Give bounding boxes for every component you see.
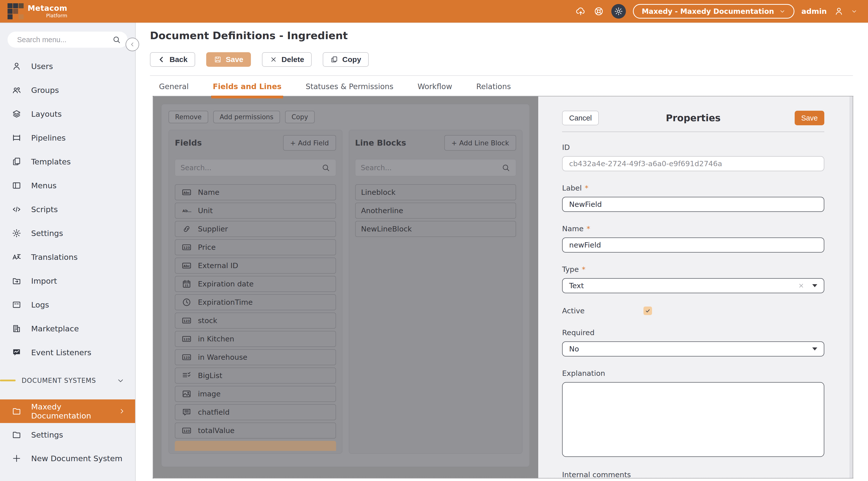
- tab-fields-and-lines[interactable]: Fields and Lines: [213, 76, 282, 97]
- sidebar-item-label: Templates: [31, 157, 71, 166]
- svg-text:123: 123: [183, 356, 190, 359]
- required-marker: *: [585, 184, 588, 192]
- line-blocks-search: [355, 159, 516, 176]
- required-select[interactable]: No: [562, 342, 824, 356]
- sidebar-item-import[interactable]: Import: [0, 269, 135, 293]
- help-lifebuoy-icon[interactable]: [593, 6, 604, 17]
- tab-statuses-permissions[interactable]: Statuses & Permissions: [306, 76, 394, 97]
- sidebar-item-pipelines[interactable]: Pipelines: [0, 126, 135, 150]
- page-toolbar: Back Save Delete Copy: [150, 52, 369, 67]
- properties-save-button[interactable]: Save: [795, 111, 824, 125]
- line-block-item-newlineblock: NewLineBlock: [355, 221, 516, 237]
- chevron-left-icon: [157, 56, 165, 64]
- designer-panel: Remove Add permissions Copy Fields + Add…: [161, 104, 530, 467]
- sidebar-item-groups[interactable]: Groups: [0, 78, 135, 102]
- sidebar-item-event-listeners[interactable]: Event Listeners: [0, 341, 135, 364]
- field-item-external-id: AbcExternal ID: [175, 258, 336, 274]
- folder-icon: [11, 406, 22, 416]
- svg-text:Abc: Abc: [183, 191, 190, 195]
- clear-x-icon[interactable]: [798, 282, 805, 289]
- sidebar-menu: UsersGroupsLayoutsPipelinesTemplatesMenu…: [0, 54, 135, 364]
- save-button-label: Save: [226, 55, 243, 64]
- fields-search: [175, 159, 336, 176]
- field-item-label: Supplier: [198, 225, 228, 233]
- tab-workflow[interactable]: Workflow: [418, 76, 452, 97]
- sidebar-collapse-button[interactable]: [126, 38, 139, 51]
- code-icon: [11, 204, 22, 214]
- add-field-button: + Add Field: [283, 135, 336, 151]
- sidebar-item-label: Scripts: [31, 205, 58, 214]
- cancel-button[interactable]: Cancel: [562, 111, 599, 125]
- explanation-textarea[interactable]: [562, 382, 824, 457]
- sidebar-item-label: Logs: [31, 300, 49, 309]
- logo-title: Metacom: [28, 4, 67, 12]
- cloud-upload-icon[interactable]: [575, 6, 586, 17]
- copy-field-button: Copy: [285, 111, 315, 123]
- properties-divider: [562, 132, 824, 132]
- workspace-selector[interactable]: Maxedy - Maxedy Documentation: [633, 4, 795, 19]
- tab-general[interactable]: General: [159, 76, 189, 97]
- back-button-label: Back: [169, 55, 188, 64]
- active-checkbox[interactable]: [644, 307, 652, 315]
- field-item-expiration-date: 21Expiration date: [175, 276, 336, 292]
- id-field-input[interactable]: [562, 156, 824, 171]
- search-icon: [112, 35, 121, 44]
- back-button[interactable]: Back: [150, 52, 195, 67]
- sidebar: UsersGroupsLayoutsPipelinesTemplatesMenu…: [0, 23, 135, 481]
- sidebar-item-layouts[interactable]: Layouts: [0, 102, 135, 126]
- sidebar-item-maxedy-documentation[interactable]: Maxedy Documentation: [0, 399, 135, 423]
- sidebar-item-label: Menus: [31, 181, 57, 190]
- chevron-down-icon[interactable]: [117, 377, 125, 385]
- scrollbar[interactable]: [849, 96, 853, 478]
- sidebar-item-translations[interactable]: Translations: [0, 245, 135, 269]
- sidebar-item-label: Settings: [31, 430, 63, 439]
- line-block-item-lineblock: Lineblock: [355, 184, 516, 200]
- tab-content-area: Remove Add permissions Copy Fields + Add…: [153, 96, 853, 479]
- sidebar-item-menus[interactable]: Menus: [0, 173, 135, 197]
- copy-button-label: Copy: [342, 55, 361, 64]
- user-menu-chevron-icon[interactable]: [851, 8, 858, 14]
- user-avatar-icon[interactable]: [834, 6, 844, 16]
- copy-button[interactable]: Copy: [323, 52, 369, 67]
- event-chat-icon: [11, 347, 22, 357]
- sidebar-item-users[interactable]: Users: [0, 54, 135, 78]
- gear-icon: [614, 6, 623, 16]
- line-blocks-panel: Line Blocks + Add Line Block LineblockAn…: [349, 130, 523, 454]
- name-field-input[interactable]: [562, 237, 824, 253]
- sidebar-item-marketplace[interactable]: Marketplace: [0, 317, 135, 341]
- sidebar-item-scripts[interactable]: Scripts: [0, 197, 135, 221]
- tab-relations[interactable]: Relations: [476, 76, 511, 97]
- sidebar-section-document-systems: DOCUMENT SYSTEMS: [0, 372, 135, 389]
- field-item-totalvalue: 123totalValue: [175, 422, 336, 439]
- delete-button[interactable]: Delete: [262, 52, 312, 67]
- field-item-label: External ID: [198, 261, 238, 270]
- sidebar-search-input[interactable]: [7, 32, 128, 48]
- explanation-field-group: Explanation: [562, 369, 824, 458]
- save-button[interactable]: Save: [206, 52, 251, 67]
- gear-icon: [11, 228, 22, 238]
- line-block-item-label: Lineblock: [361, 188, 396, 197]
- sidebar-item-label: Layouts: [31, 109, 62, 119]
- label-field-input[interactable]: [562, 197, 824, 212]
- sidebar-item-settings[interactable]: Settings: [0, 221, 135, 245]
- f-number-icon: 123: [181, 316, 192, 326]
- section-marker: [0, 380, 16, 381]
- plus-icon: [11, 453, 22, 463]
- label-field-group: Label*: [562, 184, 824, 212]
- main-content: Document Definitions - Ingredient Back S…: [136, 23, 868, 481]
- sidebar-item-new-document-system[interactable]: New Document System: [0, 447, 135, 470]
- line-block-item-label: Anotherline: [361, 206, 403, 215]
- type-select[interactable]: Text: [562, 278, 824, 293]
- settings-gear-button[interactable]: [611, 4, 626, 19]
- pipeline-icon: [11, 133, 22, 143]
- sidebar-item-settings[interactable]: Settings: [0, 423, 135, 447]
- user-icon: [11, 61, 22, 71]
- sidebar-item-templates[interactable]: Templates: [0, 150, 135, 173]
- page-title: Document Definitions - Ingredient: [150, 30, 348, 42]
- field-item-unit: Ab…Unit: [175, 202, 336, 219]
- f-text-plain-icon: Ab…: [181, 205, 192, 216]
- line-blocks-panel-title: Line Blocks: [355, 138, 406, 148]
- building-icon: [11, 324, 22, 334]
- sidebar-item-logs[interactable]: Logs: [0, 293, 135, 317]
- sidebar-item-label: New Document System: [31, 454, 123, 463]
